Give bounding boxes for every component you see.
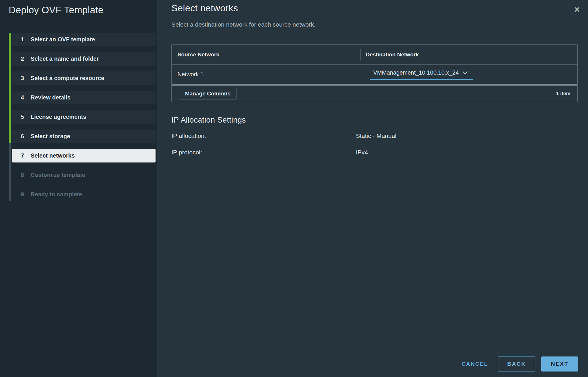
destination-network-value: VMManagement_10.100.10.x_24	[373, 69, 459, 76]
step-number: 1	[21, 36, 27, 43]
step-number: 9	[21, 191, 27, 198]
step-label: Select a name and folder	[31, 56, 99, 62]
sidebar-step-customize-template: 8 Customize template	[12, 168, 156, 182]
table-header-row: Source Network Destination Network	[172, 45, 577, 65]
sidebar-step-select-storage[interactable]: 6 Select storage	[12, 130, 156, 143]
close-icon[interactable]: ✕	[571, 4, 583, 16]
page-subtitle: Select a destination network for each so…	[157, 14, 588, 28]
sidebar-step-select-networks[interactable]: 7 Select networks	[12, 149, 156, 162]
step-label: Select a compute resource	[31, 75, 104, 82]
step-number: 5	[21, 114, 27, 120]
step-number: 2	[21, 56, 27, 62]
cancel-button[interactable]: CANCEL	[462, 361, 488, 367]
step-label: Customize template	[31, 172, 85, 178]
step-number: 3	[21, 75, 27, 82]
sidebar-step-review-details[interactable]: 4 Review details	[12, 91, 156, 104]
sidebar-step-select-ovf-template[interactable]: 1 Select an OVF template	[12, 33, 156, 46]
chevron-down-icon	[462, 71, 468, 75]
ip-allocation-value: Static - Manual	[356, 132, 396, 139]
step-number: 7	[21, 152, 27, 159]
step-label: Ready to complete	[31, 191, 82, 198]
step-label: License agreements	[31, 114, 86, 120]
manage-columns-button[interactable]: Manage Columns	[179, 88, 236, 99]
step-label: Select an OVF template	[31, 36, 95, 43]
wizard-title: Deploy OVF Template	[0, 0, 157, 16]
back-button[interactable]: BACK	[498, 356, 535, 372]
sidebar-step-select-compute-resource[interactable]: 3 Select a compute resource	[12, 71, 156, 85]
sidebar-step-ready-to-complete: 9 Ready to complete	[12, 188, 156, 201]
ip-allocation-row: IP allocation:Static - Manual	[171, 132, 396, 139]
wizard-steps: 1 Select an OVF template 2 Select a name…	[9, 33, 156, 201]
ip-allocation-label: IP allocation:	[171, 132, 356, 139]
destination-network-select[interactable]: VMManagement_10.100.10.x_24	[370, 68, 473, 80]
step-label: Select networks	[31, 152, 75, 159]
step-number: 6	[21, 133, 27, 140]
ip-protocol-label: IP protocol:	[171, 149, 356, 156]
ip-protocol-value: IPv4	[356, 149, 368, 156]
column-header-source-network: Source Network	[177, 51, 219, 58]
progress-rail-remaining	[9, 143, 11, 201]
wizard-sidebar: Deploy OVF Template 1 Select an OVF temp…	[0, 0, 157, 377]
progress-rail-complete	[9, 33, 11, 143]
step-number: 4	[21, 94, 27, 101]
step-label: Review details	[31, 94, 71, 101]
sidebar-step-license-agreements[interactable]: 5 License agreements	[12, 110, 156, 124]
next-button[interactable]: NEXT	[541, 356, 578, 372]
wizard-footer-actions: CANCEL BACK NEXT	[462, 356, 578, 372]
item-count: 1 item	[556, 91, 570, 97]
source-network-value: Network 1	[177, 71, 204, 78]
progress-rail	[9, 33, 11, 201]
sidebar-step-select-name-folder[interactable]: 2 Select a name and folder	[12, 52, 156, 66]
step-label: Select storage	[31, 133, 70, 140]
ip-allocation-heading: IP Allocation Settings	[171, 116, 246, 125]
table-row: Network 1 VMManagement_10.100.10.x_24	[172, 65, 577, 84]
column-header-destination-network: Destination Network	[366, 51, 419, 58]
wizard-content: ✕ Select networks Select a destination n…	[157, 0, 588, 377]
ip-protocol-row: IP protocol:IPv4	[171, 149, 368, 156]
step-number: 8	[21, 172, 27, 178]
network-mapping-table: Source Network Destination Network Netwo…	[171, 44, 578, 102]
page-title: Select networks	[157, 0, 588, 14]
table-footer: Manage Columns 1 item	[172, 86, 577, 102]
